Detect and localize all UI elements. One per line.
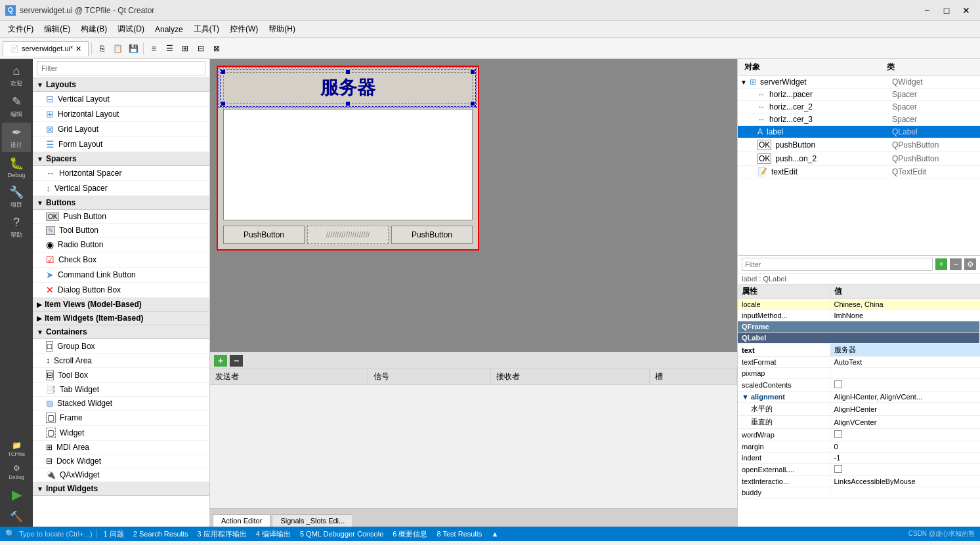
status-problems[interactable]: 1 问题 xyxy=(101,529,127,539)
canvas-label[interactable]: 服务器 xyxy=(223,72,473,104)
toolbar-btn-form[interactable]: ⊟ xyxy=(194,41,208,56)
obj-serverwidget[interactable]: ▼ ⊞ serverWidget QWidget xyxy=(738,76,980,89)
obj-horiz-pacer[interactable]: ↔ horiz...pacer Spacer xyxy=(738,89,980,101)
status-test-results[interactable]: 8 Test Results xyxy=(434,530,484,538)
toolbar-btn-layout[interactable]: ⊠ xyxy=(209,41,224,56)
sidebar-item-debug2[interactable]: ⚙ Debug xyxy=(2,461,31,483)
menu-tools[interactable]: 工具(T) xyxy=(188,22,224,36)
widget-radio-button[interactable]: ◉ Radio Button xyxy=(33,237,209,252)
prop-textinteraction[interactable]: textInteractio... LinksAccessibleByMouse xyxy=(738,476,980,487)
status-summary[interactable]: 6 概要信息 xyxy=(390,529,430,539)
prop-text-value[interactable]: 服务器 xyxy=(830,344,980,357)
handle-tl[interactable] xyxy=(221,70,225,74)
menu-file[interactable]: 文件(F) xyxy=(3,22,39,36)
menu-debug[interactable]: 调试(D) xyxy=(112,22,150,36)
category-spacers[interactable]: ▼ Spacers xyxy=(33,152,209,166)
minimize-button[interactable]: − xyxy=(918,4,935,17)
widget-vertical-layout[interactable]: ⊟ Vertical Layout xyxy=(33,92,209,107)
category-item-widgets[interactable]: ▶ Item Widgets (Item-Based) xyxy=(33,312,209,325)
sidebar-item-tcpfile[interactable]: 📁 TCPfile xyxy=(2,438,31,460)
tab-signals-slots[interactable]: Signals _Slots Edi... xyxy=(272,514,353,527)
sidebar-item-help[interactable]: ? 帮助 xyxy=(2,213,31,242)
widget-push-button[interactable]: OK Push Button xyxy=(33,210,209,224)
widget-command-link[interactable]: ➤ Command Link Button xyxy=(33,268,209,283)
sidebar-item-project[interactable]: 🔧 项目 xyxy=(2,182,31,212)
prop-valign[interactable]: 垂直的 AlignVCenter xyxy=(738,416,980,429)
prop-margin-value[interactable]: 0 xyxy=(830,441,980,453)
handle-bm[interactable] xyxy=(346,102,350,106)
sidebar-item-welcome[interactable]: ⌂ 欢迎 xyxy=(2,62,31,91)
prop-halign[interactable]: 水平的 AlignHCenter xyxy=(738,403,980,416)
prop-buddy[interactable]: buddy xyxy=(738,487,980,498)
canvas-button-2[interactable]: PushButton xyxy=(391,226,473,244)
canvas-button-1[interactable]: PushButton xyxy=(223,226,305,244)
close-button[interactable]: ✕ xyxy=(958,4,975,17)
prop-buddy-value[interactable] xyxy=(830,487,980,498)
file-tab[interactable]: 📄 serverwidget.ui* ✕ xyxy=(3,41,89,56)
prop-wordwrap[interactable]: wordWrap xyxy=(738,429,980,441)
widget-tool-button[interactable]: ✎ Tool Button xyxy=(33,224,209,237)
prop-indent-value[interactable]: -1 xyxy=(830,453,980,464)
prop-wordwrap-value[interactable] xyxy=(830,429,980,441)
prop-openexternall[interactable]: openExternalL... xyxy=(738,464,980,476)
prop-inputmethod[interactable]: inputMethod... ImhNone xyxy=(738,310,980,321)
prop-scaledcontents-value[interactable] xyxy=(830,379,980,392)
prop-indent[interactable]: indent -1 xyxy=(738,453,980,464)
toolbar-btn-grid[interactable]: ⊞ xyxy=(178,41,192,56)
widget-grid-layout[interactable]: ⊠ Grid Layout xyxy=(33,122,209,137)
obj-text-edit[interactable]: 📝 textEdit QTextEdit xyxy=(738,166,980,178)
status-qml-debugger[interactable]: 5 QML Debugger Console xyxy=(297,530,386,538)
prop-valign-value[interactable]: AlignVCenter xyxy=(830,416,980,429)
sidebar-item-design[interactable]: ✒ 设计 xyxy=(2,123,31,152)
menu-widgets[interactable]: 控件(W) xyxy=(224,22,263,36)
widget-tool-box[interactable]: ⊟ Tool Box xyxy=(33,368,209,383)
widget-horizontal-spacer[interactable]: ↔ Horizontal Spacer xyxy=(33,166,209,181)
handle-br[interactable] xyxy=(471,102,475,106)
label-container[interactable]: 服务器 xyxy=(223,72,473,104)
maximize-button[interactable]: □ xyxy=(938,4,955,17)
widget-tab-widget[interactable]: 📑 Tab Widget xyxy=(33,383,209,397)
obj-horiz-cer2[interactable]: ↔ horiz...cer_2 Spacer xyxy=(738,101,980,113)
prop-text[interactable]: text 服务器 xyxy=(738,344,980,357)
prop-alignment-value[interactable]: AlignHCenter, AlignVCent... xyxy=(830,392,980,403)
menu-help[interactable]: 帮助(H) xyxy=(263,22,301,36)
widget-dialog-button-box[interactable]: ✕ Dialog Button Box xyxy=(33,283,209,298)
prop-textformat[interactable]: textFormat AutoText xyxy=(738,357,980,368)
sidebar-item-edit[interactable]: ✎ 编辑 xyxy=(2,92,31,121)
prop-scaledcontents[interactable]: scaledContents xyxy=(738,379,980,392)
widget-qax-widget[interactable]: 🔌 QAxWidget xyxy=(33,468,209,482)
menu-build[interactable]: 构建(B) xyxy=(75,22,112,36)
widget-form-layout[interactable]: ☰ Form Layout xyxy=(33,137,209,152)
handle-tm[interactable] xyxy=(346,70,350,74)
category-layouts[interactable]: ▼ Layouts xyxy=(33,78,209,92)
widget-vertical-spacer[interactable]: ↕ Vertical Spacer xyxy=(33,181,209,196)
widget-filter-input[interactable] xyxy=(37,61,205,75)
handle-tr[interactable] xyxy=(471,70,475,74)
scaledcontents-checkbox[interactable] xyxy=(834,380,842,388)
prop-halign-value[interactable]: AlignHCenter xyxy=(830,403,980,416)
obj-label[interactable]: A label QLabel xyxy=(738,126,980,138)
widget-frame[interactable]: ▢ Frame xyxy=(33,411,209,426)
status-app-output[interactable]: 3 应用程序输出 xyxy=(195,529,249,539)
obj-push-button[interactable]: OK pushButton QPushButton xyxy=(738,138,980,152)
widget-dock-widget[interactable]: ⊟ Dock Widget xyxy=(33,454,209,468)
category-input-widgets[interactable]: ▼ Input Widgets xyxy=(33,482,209,496)
toolbar-btn-align-center[interactable]: ☰ xyxy=(162,41,177,56)
widget-horizontal-layout[interactable]: ⊞ Horizontal Layout xyxy=(33,107,209,122)
canvas-textarea[interactable] xyxy=(223,109,473,220)
prop-margin[interactable]: margin 0 xyxy=(738,441,980,453)
file-tab-close[interactable]: ✕ xyxy=(75,45,81,53)
toolbar-btn-save[interactable]: 💾 xyxy=(126,41,140,56)
signal-remove-button[interactable]: − xyxy=(230,355,243,367)
design-canvas[interactable]: 服务器 PushButton ////////// xyxy=(210,59,737,351)
category-containers[interactable]: ▼ Containers xyxy=(33,325,209,339)
menu-edit[interactable]: 编辑(E) xyxy=(39,22,75,36)
prop-pixmap[interactable]: pixmap xyxy=(738,368,980,379)
sidebar-item-build[interactable]: 🔨 xyxy=(2,508,31,527)
sidebar-item-run[interactable]: ▶ xyxy=(2,484,31,506)
obj-horiz-cer3[interactable]: ↔ horiz...cer_3 Spacer xyxy=(738,113,980,126)
prop-textinteraction-value[interactable]: LinksAccessibleByMouse xyxy=(830,476,980,487)
prop-pixmap-value[interactable] xyxy=(830,368,980,379)
widget-stacked-widget[interactable]: ▨ Stacked Widget xyxy=(33,397,209,411)
widget-mdi-area[interactable]: ⊞ MDI Area xyxy=(33,441,209,454)
